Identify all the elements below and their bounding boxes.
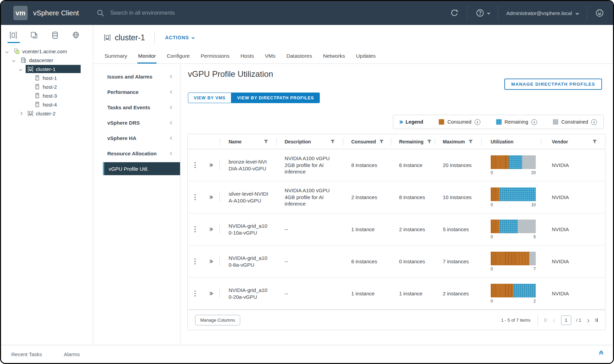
monitor-nav-item-vgpu-profile-util-selected[interactable]: vGPU Profile Util. (103, 162, 180, 175)
double-chevron-right-icon[interactable] (210, 228, 213, 230)
tree-expander[interactable] (19, 112, 24, 115)
tree-item-host-2[interactable]: host-2 (1, 82, 93, 91)
kebab-menu-icon[interactable] (192, 192, 198, 202)
expand-panel-button[interactable] (600, 352, 603, 356)
tree-item-host-1[interactable]: host-1 (1, 73, 93, 82)
tree-item-host-4[interactable]: host-4 (1, 100, 93, 109)
filter-icon[interactable] (468, 140, 473, 144)
tree-item-cluster-1[interactable]: cluster-1 (1, 65, 93, 73)
row-actions-cell (188, 289, 203, 299)
cluster-icon (104, 34, 111, 41)
tab-hosts[interactable]: Hosts (240, 50, 255, 64)
tree-item-cluster-2[interactable]: cluster-2 (1, 109, 93, 118)
info-icon[interactable]: i (531, 119, 537, 125)
tab-networks[interactable]: Networks (322, 50, 346, 64)
monitor-nav-item-resource-allocation[interactable]: Resource Allocation (94, 146, 180, 161)
cell-vendor-text: NVIDIA (552, 194, 569, 200)
recent-tasks-tab[interactable]: Recent Tasks (11, 351, 42, 357)
remaining-segment (513, 284, 536, 297)
column-header-consumed[interactable]: Consumed (343, 134, 391, 149)
info-icon[interactable]: i (591, 119, 597, 125)
tree-item-label-wrap: host-1 (32, 74, 81, 82)
double-chevron-right-icon[interactable] (210, 292, 213, 295)
tree-item-vcenter1-acme-com[interactable]: vcenter1.acme.com (1, 47, 93, 56)
monitor-nav-item-vsphere-drs[interactable]: vSphere DRS (94, 115, 180, 130)
double-chevron-right-icon[interactable] (210, 196, 213, 198)
pagination-prev-button[interactable] (554, 317, 556, 323)
filter-icon[interactable] (330, 140, 335, 144)
pagination-next-button[interactable] (586, 317, 589, 323)
actions-button[interactable]: ACTIONS (163, 34, 196, 41)
tree-expander[interactable] (6, 50, 10, 53)
cell-description: NVIDIA A100 vGPU 2GB profile for AI infe… (276, 155, 343, 175)
column-header-remaining[interactable]: Remaining (391, 134, 435, 149)
view-toggle-view-by-directpath-profiles[interactable]: VIEW BY DIRECTPATH PROFILES (231, 93, 320, 103)
sidebar-tab-vms-and-templates[interactable] (30, 31, 38, 43)
monitor-nav-item-performance[interactable]: Performance (94, 84, 180, 100)
monitor-nav-item-tasks-and-events[interactable]: Tasks and Events (94, 100, 180, 115)
manage-directpath-profiles-button[interactable]: MANAGE DIRECTPATH PROFILES (504, 79, 602, 90)
global-search[interactable] (96, 9, 253, 17)
legend-expand[interactable]: Legend (400, 119, 423, 125)
tab-summary[interactable]: Summary (104, 50, 128, 64)
networking-icon (72, 31, 80, 39)
double-chevron-right-icon[interactable] (210, 260, 213, 263)
column-header-maximum[interactable]: Maximum (435, 134, 481, 149)
column-header-name[interactable]: Name (220, 134, 276, 149)
tree-item-datacenter[interactable]: datacenter (1, 56, 93, 65)
feedback-smiley-icon[interactable] (595, 9, 604, 17)
tab-monitor[interactable]: Monitor (137, 50, 156, 64)
tab-permissions[interactable]: Permissions (200, 50, 230, 64)
manage-columns-button[interactable]: Manage Columns (195, 315, 240, 325)
column-header-utilization[interactable]: Utilization (481, 134, 541, 149)
kebab-menu-icon[interactable] (192, 256, 198, 267)
cell-vendor-text: NVIDIA (552, 162, 569, 168)
filter-icon[interactable] (592, 140, 597, 144)
column-header-description[interactable]: Description (276, 134, 343, 149)
utilization-bar (491, 252, 536, 265)
axis-min-label: 0 (491, 235, 493, 239)
search-input[interactable] (110, 10, 253, 16)
view-toggle-view-by-vms[interactable]: VIEW BY VMS (188, 93, 231, 103)
tree-expander[interactable] (13, 59, 17, 61)
monitor-nav-item-issues-and-alarms[interactable]: Issues and Alarms (94, 69, 180, 84)
tree-item-host-3[interactable]: host-3 (1, 91, 93, 100)
tab-datastores[interactable]: Datastores (286, 50, 313, 64)
pagination-last-button[interactable] (594, 318, 598, 322)
cell-remaining-text: 6 instance (399, 162, 422, 168)
axis-min-label: 0 (491, 299, 493, 304)
filter-icon[interactable] (427, 140, 432, 144)
tree-expander[interactable] (19, 68, 24, 70)
info-icon[interactable]: i (475, 119, 480, 125)
refresh-icon[interactable] (450, 9, 459, 17)
tab-updates[interactable]: Updates (355, 50, 377, 64)
pagination-first-button[interactable] (545, 318, 548, 322)
filter-icon[interactable] (379, 140, 384, 144)
tab-vms[interactable]: VMs (264, 50, 276, 64)
tree-item-label-wrap: host-4 (32, 100, 81, 109)
kebab-menu-icon[interactable] (192, 224, 198, 235)
user-menu[interactable]: Administrator@vsphere.local (506, 10, 578, 16)
pagination-current-page[interactable]: 1 (561, 316, 571, 325)
kebab-menu-icon[interactable] (192, 160, 198, 170)
axis-min-label: 0 (491, 267, 493, 271)
cell-consumed-text: 8 instances (351, 162, 377, 168)
column-header-vendor[interactable]: Vendor (541, 134, 605, 149)
sidebar-tab-networking[interactable] (72, 31, 80, 43)
kebab-menu-icon[interactable] (192, 289, 198, 299)
filter-icon[interactable] (264, 140, 268, 144)
cell-utilization: 05 (481, 220, 541, 239)
double-chevron-right-icon[interactable] (210, 164, 213, 166)
utilization-axis-labels: 05 (491, 235, 536, 239)
monitor-nav-item-vsphere-ha[interactable]: vSphere HA (94, 130, 180, 146)
alarms-tab[interactable]: Alarms (64, 351, 80, 357)
vcenter-icon (14, 48, 20, 54)
sidebar-tab-hosts-and-clusters[interactable] (9, 31, 17, 43)
datacenter-icon (21, 57, 27, 63)
cell-name: NVIDIA-grid_a100-10a-vGPU (220, 223, 276, 236)
help-menu[interactable] (476, 9, 490, 17)
tab-configure[interactable]: Configure (166, 50, 190, 64)
cell-description: -- (276, 290, 343, 297)
table-header: NameDescriptionConsumedRemainingMaximumU… (188, 134, 605, 149)
sidebar-tab-storage[interactable] (51, 31, 59, 43)
